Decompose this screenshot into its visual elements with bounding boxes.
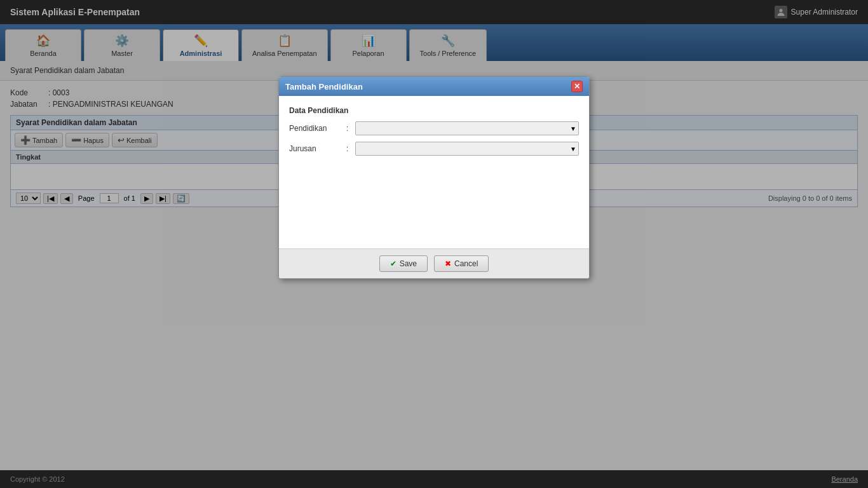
modal-section-title: Data Pendidikan xyxy=(289,106,579,115)
cancel-button[interactable]: ✖ Cancel xyxy=(434,255,489,272)
pendidikan-select[interactable] xyxy=(355,121,579,135)
modal-close-button[interactable]: ✕ xyxy=(571,81,583,92)
modal-body: Data Pendidikan Pendidikan : ▼ Jurusan : xyxy=(279,96,589,248)
pendidikan-label: Pendidikan xyxy=(289,124,346,133)
modal-title: Tambah Pendidikan xyxy=(285,82,363,92)
modal-overlay: Tambah Pendidikan ✕ Data Pendidikan Pend… xyxy=(0,0,868,488)
save-icon: ✔ xyxy=(390,259,397,268)
jurusan-colon: : xyxy=(346,144,355,153)
cancel-icon: ✖ xyxy=(445,259,451,268)
save-button[interactable]: ✔ Save xyxy=(379,255,428,272)
modal-header: Tambah Pendidikan ✕ xyxy=(279,77,589,96)
modal-dialog: Tambah Pendidikan ✕ Data Pendidikan Pend… xyxy=(278,76,590,279)
jurusan-label: Jurusan xyxy=(289,144,346,153)
modal-footer: ✔ Save ✖ Cancel xyxy=(279,248,589,278)
pendidikan-input-wrapper: ▼ xyxy=(355,121,579,135)
save-label: Save xyxy=(400,259,417,268)
pendidikan-colon: : xyxy=(346,124,355,133)
pendidikan-row: Pendidikan : ▼ xyxy=(289,121,579,135)
jurusan-input-wrapper: ▼ xyxy=(355,142,579,156)
jurusan-row: Jurusan : ▼ xyxy=(289,142,579,156)
jurusan-select[interactable] xyxy=(355,142,579,156)
cancel-label: Cancel xyxy=(454,259,478,268)
modal-spacer xyxy=(289,162,579,238)
